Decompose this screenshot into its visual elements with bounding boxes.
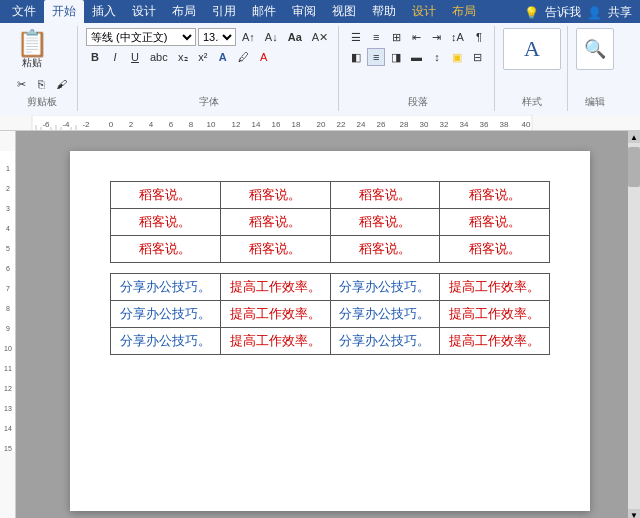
decrease-font-button[interactable]: A↓ xyxy=(261,28,282,46)
underline-button[interactable]: U xyxy=(126,48,144,66)
table-cell: 稻客说。 xyxy=(111,182,221,209)
svg-text:-6: -6 xyxy=(42,120,50,129)
svg-text:34: 34 xyxy=(460,120,469,129)
table-cell: 分享办公技巧。 xyxy=(111,301,221,328)
svg-text:-4: -4 xyxy=(62,120,70,129)
numbered-list-button[interactable]: ≡ xyxy=(367,28,385,46)
format-painter-button[interactable]: 🖌 xyxy=(52,75,71,93)
svg-text:24: 24 xyxy=(357,120,366,129)
menu-layout[interactable]: 布局 xyxy=(164,0,204,23)
scrollbar[interactable]: ▲ ▼ xyxy=(628,131,640,518)
menu-view[interactable]: 视图 xyxy=(324,0,364,23)
table-cell: 稻客说。 xyxy=(440,236,550,263)
table-cell: 稻客说。 xyxy=(330,236,440,263)
menu-help[interactable]: 帮助 xyxy=(364,0,404,23)
change-case-button[interactable]: Aa xyxy=(284,28,306,46)
menu-home[interactable]: 开始 xyxy=(44,0,84,23)
menu-references[interactable]: 引用 xyxy=(204,0,244,23)
clear-format-button[interactable]: A✕ xyxy=(308,28,332,46)
table-cell: 提高工作效率。 xyxy=(220,301,330,328)
justify-button[interactable]: ▬ xyxy=(407,48,426,66)
show-marks-button[interactable]: ¶ xyxy=(470,28,488,46)
svg-text:6: 6 xyxy=(169,120,174,129)
italic-button[interactable]: I xyxy=(106,48,124,66)
svg-text:12: 12 xyxy=(232,120,241,129)
text-effect-button[interactable]: A xyxy=(214,48,232,66)
svg-text:38: 38 xyxy=(500,120,509,129)
svg-text:40: 40 xyxy=(522,120,531,129)
svg-text:8: 8 xyxy=(6,305,10,312)
font-size-select[interactable]: 13.5 xyxy=(198,28,236,46)
styles-button[interactable]: A xyxy=(503,28,561,70)
share-icon[interactable]: 👤 xyxy=(587,6,602,20)
scroll-up-button[interactable]: ▲ xyxy=(628,131,640,143)
increase-font-button[interactable]: A↑ xyxy=(238,28,259,46)
align-center-button[interactable]: ≡ xyxy=(367,48,385,66)
text-highlight-button[interactable]: 🖊 xyxy=(234,48,253,66)
table-cell: 分享办公技巧。 xyxy=(111,274,221,301)
shading-button[interactable]: ▣ xyxy=(448,48,466,66)
align-left-button[interactable]: ◧ xyxy=(347,48,365,66)
vruler-svg: 1 2 3 4 5 6 7 8 9 10 11 12 13 14 15 xyxy=(0,131,16,518)
strikethrough-button[interactable]: abc xyxy=(146,48,172,66)
tell-me-label[interactable]: 告诉我 xyxy=(545,4,581,21)
svg-text:0: 0 xyxy=(109,120,114,129)
line-spacing-button[interactable]: ↕ xyxy=(428,48,446,66)
subscript-button[interactable]: x₂ xyxy=(174,48,192,66)
multilevel-list-button[interactable]: ⊞ xyxy=(387,28,405,46)
svg-text:10: 10 xyxy=(4,345,12,352)
svg-text:12: 12 xyxy=(4,385,12,392)
table-row: 稻客说。稻客说。稻客说。稻客说。 xyxy=(111,236,550,263)
paragraph-label: 段落 xyxy=(347,93,488,109)
font-color-button[interactable]: A xyxy=(255,48,273,66)
menu-mailings[interactable]: 邮件 xyxy=(244,0,284,23)
svg-text:-2: -2 xyxy=(82,120,90,129)
svg-text:6: 6 xyxy=(6,265,10,272)
horizontal-ruler: // rendered via CSS below -6 -4 -2 0 2 4… xyxy=(0,115,640,131)
table-row: 分享办公技巧。提高工作效率。分享办公技巧。提高工作效率。 xyxy=(111,274,550,301)
table-cell: 提高工作效率。 xyxy=(440,328,550,355)
increase-indent-button[interactable]: ⇥ xyxy=(427,28,445,46)
svg-text:22: 22 xyxy=(337,120,346,129)
scroll-track xyxy=(628,143,640,509)
svg-text:36: 36 xyxy=(480,120,489,129)
cut-button[interactable]: ✂ xyxy=(12,75,30,93)
styles-label: 样式 xyxy=(503,93,561,109)
document-container[interactable]: 稻客说。稻客说。稻客说。稻客说。稻客说。稻客说。稻客说。稻客说。稻客说。稻客说。… xyxy=(16,131,628,518)
menu-file[interactable]: 文件 xyxy=(4,0,44,23)
menu-design2[interactable]: 设计 xyxy=(404,0,444,23)
table-1: 稻客说。稻客说。稻客说。稻客说。稻客说。稻客说。稻客说。稻客说。稻客说。稻客说。… xyxy=(110,181,550,263)
svg-text:11: 11 xyxy=(4,365,12,372)
paste-button[interactable]: 📋 粘贴 xyxy=(12,28,52,72)
bold-button[interactable]: B xyxy=(86,48,104,66)
decrease-indent-button[interactable]: ⇤ xyxy=(407,28,425,46)
font-label: 字体 xyxy=(86,93,332,109)
share-label[interactable]: 共享 xyxy=(608,4,632,21)
table-row: 稻客说。稻客说。稻客说。稻客说。 xyxy=(111,209,550,236)
border-button[interactable]: ⊟ xyxy=(468,48,486,66)
sort-button[interactable]: ↕A xyxy=(447,28,468,46)
superscript-button[interactable]: x² xyxy=(194,48,212,66)
svg-text:2: 2 xyxy=(6,185,10,192)
editing-button[interactable]: 🔍 xyxy=(576,28,614,70)
bullet-list-button[interactable]: ☰ xyxy=(347,28,365,46)
font-name-select[interactable]: 等线 (中文正文) xyxy=(86,28,196,46)
editing-group: 🔍 编辑 xyxy=(570,26,620,111)
vertical-ruler: 1 2 3 4 5 6 7 8 9 10 11 12 13 14 15 xyxy=(0,131,16,518)
menu-layout2[interactable]: 布局 xyxy=(444,0,484,23)
scroll-down-button[interactable]: ▼ xyxy=(628,509,640,518)
table-row: 稻客说。稻客说。稻客说。稻客说。 xyxy=(111,182,550,209)
table-cell: 分享办公技巧。 xyxy=(111,328,221,355)
svg-text:15: 15 xyxy=(4,445,12,452)
align-right-button[interactable]: ◨ xyxy=(387,48,405,66)
document-page: 稻客说。稻客说。稻客说。稻客说。稻客说。稻客说。稻客说。稻客说。稻客说。稻客说。… xyxy=(70,151,590,511)
table-cell: 提高工作效率。 xyxy=(220,328,330,355)
tell-me-icon[interactable]: 💡 xyxy=(524,6,539,20)
copy-button[interactable]: ⎘ xyxy=(32,75,50,93)
scroll-thumb[interactable] xyxy=(628,147,640,187)
menu-design[interactable]: 设计 xyxy=(124,0,164,23)
svg-text:20: 20 xyxy=(317,120,326,129)
menu-review[interactable]: 审阅 xyxy=(284,0,324,23)
ribbon: 📋 粘贴 ✂ ⎘ 🖌 剪贴板 等线 (中文正文) 13.5 A↑ A↓ Aa A… xyxy=(0,23,640,115)
menu-insert[interactable]: 插入 xyxy=(84,0,124,23)
